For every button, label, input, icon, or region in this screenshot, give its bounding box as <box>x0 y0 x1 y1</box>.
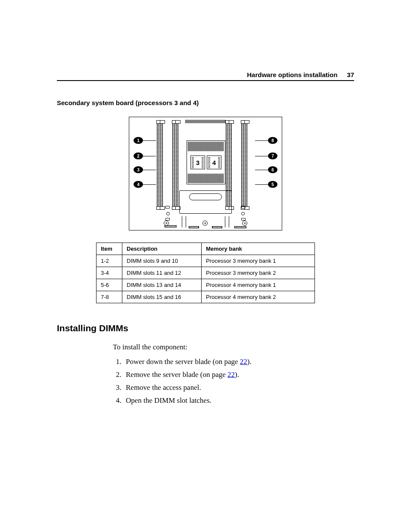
callout-8: 8 <box>268 137 277 144</box>
step-text: Remove the access panel. <box>126 383 201 392</box>
marker-icon <box>165 218 170 221</box>
intro-text: To install the component: <box>113 343 354 352</box>
cell-item: 1-2 <box>97 255 122 267</box>
footer-connector <box>189 226 199 228</box>
bracket-left <box>182 216 186 227</box>
callout-3: 3 <box>134 166 143 173</box>
list-item: Open the DIMM slot latches. <box>123 396 354 405</box>
marker-icon <box>165 206 170 208</box>
drive-tray <box>179 190 232 214</box>
cell-item: 3-4 <box>97 267 122 279</box>
header-page-number: 37 <box>347 71 354 78</box>
cpu-socket-3: 3 <box>190 156 205 169</box>
dimm-slot <box>157 122 159 208</box>
bottom-assembly <box>184 190 227 227</box>
step-text-tail: ). <box>247 358 252 366</box>
cell-item: 5-6 <box>97 279 122 291</box>
cell-description: DIMM slots 11 and 12 <box>122 267 202 279</box>
cpu-heatsink-bottom <box>188 174 224 183</box>
drive-handle <box>189 193 222 200</box>
cell-memory-bank: Processor 4 memory bank 2 <box>202 291 315 303</box>
cell-description: DIMM slots 9 and 10 <box>122 255 202 267</box>
section-heading: Installing DIMMs <box>57 323 354 333</box>
table-header-row: Item Description Memory bank <box>97 243 315 255</box>
col-header-memory-bank: Memory bank <box>202 243 315 255</box>
dimm-slot <box>160 122 163 208</box>
page-link[interactable]: 22 <box>227 370 235 379</box>
list-item: Remove the access panel. <box>123 383 354 392</box>
screw-icon <box>202 221 208 226</box>
dimm-slot <box>176 122 178 208</box>
subsection-heading: Secondary system board (processors 3 and… <box>57 99 354 106</box>
col-header-description: Description <box>122 243 202 255</box>
cpu-socket-4: 4 <box>207 156 221 169</box>
system-board-diagram: 1 2 3 4 8 7 6 5 <box>129 117 282 230</box>
dimm-group-left-outer <box>157 122 170 208</box>
callout-6: 6 <box>268 166 277 173</box>
step-text-tail: ). <box>235 370 239 379</box>
screw-icon <box>242 221 247 226</box>
step-text: Remove the server blade (on page <box>126 370 227 379</box>
list-item: Remove the server blade (on page 22). <box>123 370 354 379</box>
dimm-slot <box>172 122 175 208</box>
step-text: Open the DIMM slot latches. <box>126 396 212 404</box>
list-item: Power down the server blade (on page 22)… <box>123 358 354 366</box>
callout-4: 4 <box>134 181 143 188</box>
callout-1: 1 <box>134 137 143 144</box>
table-row: 3-4 DIMM slots 11 and 12 Processor 3 mem… <box>97 267 315 279</box>
cell-description: DIMM slots 13 and 14 <box>122 279 202 291</box>
board-top-connector <box>185 120 226 123</box>
bracket-right <box>225 216 229 227</box>
cell-memory-bank: Processor 3 memory bank 2 <box>202 267 315 279</box>
cell-description: DIMM slots 15 and 16 <box>122 291 202 303</box>
dimm-slot-table: Item Description Memory bank 1-2 DIMM sl… <box>96 243 315 303</box>
marker-icon <box>241 218 246 221</box>
step-text: Power down the server blade (on page <box>126 358 240 366</box>
col-header-item: Item <box>97 243 122 255</box>
table-row: 7-8 DIMM slots 15 and 16 Processor 4 mem… <box>97 291 315 303</box>
footer-connector <box>212 226 222 228</box>
cell-item: 7-8 <box>97 291 122 303</box>
page-link[interactable]: 22 <box>240 358 247 366</box>
cell-memory-bank: Processor 3 memory bank 1 <box>202 255 315 267</box>
footer-connector <box>165 225 177 227</box>
callout-5: 5 <box>268 181 277 188</box>
hole-icon <box>166 212 170 215</box>
dimm-slot <box>241 122 244 208</box>
cpu-socket-area: 3 4 <box>187 140 225 184</box>
install-steps-list: Power down the server blade (on page 22)… <box>113 358 354 405</box>
cpu-heatsink-top <box>188 142 224 151</box>
page-header: Hardware options installation 37 <box>57 71 354 81</box>
callout-2: 2 <box>134 152 143 159</box>
dimm-slot <box>245 122 247 208</box>
callout-7: 7 <box>268 152 277 159</box>
table-row: 1-2 DIMM slots 9 and 10 Processor 3 memo… <box>97 255 315 267</box>
board-diagram-wrapper: 1 2 3 4 8 7 6 5 <box>57 117 354 230</box>
table-row: 5-6 DIMM slots 13 and 14 Processor 4 mem… <box>97 279 315 291</box>
footer-connector <box>234 226 246 228</box>
header-section-title: Hardware options installation <box>247 71 337 78</box>
cell-memory-bank: Processor 4 memory bank 1 <box>202 279 315 291</box>
marker-icon <box>241 206 246 208</box>
hole-icon <box>241 212 245 215</box>
dimm-group-right-outer <box>241 122 254 208</box>
